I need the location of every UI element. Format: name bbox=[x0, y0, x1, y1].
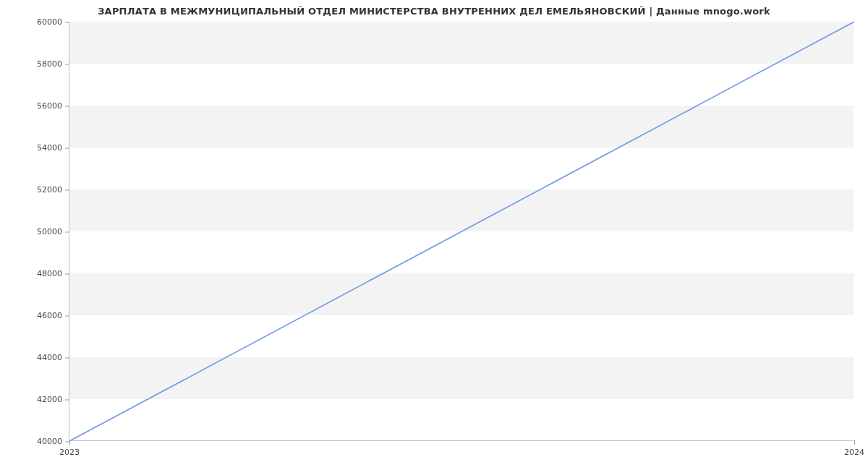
y-tick-label: 52000 bbox=[37, 185, 69, 195]
y-tick-label: 60000 bbox=[37, 17, 69, 27]
y-tick-label: 48000 bbox=[37, 269, 69, 278]
x-tick-label: 2024 bbox=[844, 440, 864, 457]
x-tick-label: 2023 bbox=[59, 440, 80, 457]
plot-area: 4000042000440004600048000500005200054000… bbox=[69, 22, 854, 441]
data-line bbox=[69, 22, 854, 441]
salary-line-chart: ЗАРПЛАТА В МЕЖМУНИЦИПАЛЬНЫЙ ОТДЕЛ МИНИСТ… bbox=[0, 0, 868, 470]
y-tick-label: 46000 bbox=[37, 311, 69, 320]
y-tick-label: 54000 bbox=[37, 143, 69, 153]
y-tick-label: 50000 bbox=[37, 227, 69, 236]
y-tick-label: 56000 bbox=[37, 101, 69, 111]
chart-title: ЗАРПЛАТА В МЕЖМУНИЦИПАЛЬНЫЙ ОТДЕЛ МИНИСТ… bbox=[0, 6, 868, 17]
y-tick-label: 58000 bbox=[37, 59, 69, 69]
y-tick-label: 42000 bbox=[37, 395, 69, 404]
y-tick-label: 44000 bbox=[37, 353, 69, 362]
